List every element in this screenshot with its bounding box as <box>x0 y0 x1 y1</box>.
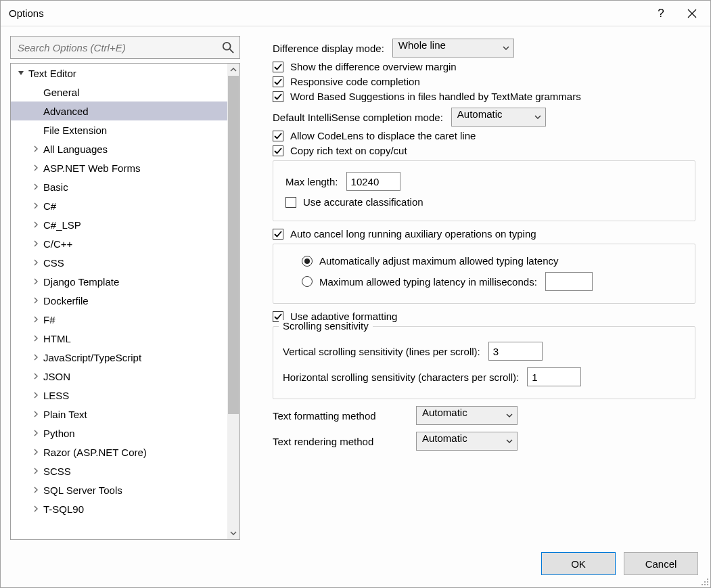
svg-point-4 <box>707 581 708 583</box>
caret-right-icon <box>30 354 42 361</box>
tree-item-scss[interactable]: SCSS <box>11 461 227 480</box>
cb-copyrich-label: Copy rich text on copy/cut <box>290 145 407 156</box>
cb-responsive-row[interactable]: Responsive code completion <box>273 76 695 87</box>
caret-right-icon <box>30 240 42 247</box>
tree-item-asp-net-web-forms[interactable]: ASP.NET Web Forms <box>11 158 227 177</box>
caret-right-icon <box>30 164 42 171</box>
diff-mode-label: Difference display mode: <box>273 43 384 54</box>
render-label: Text rendering method <box>273 436 408 447</box>
scroll-down-icon[interactable] <box>227 527 239 539</box>
tree-item-json[interactable]: JSON <box>11 367 227 386</box>
scroll-track[interactable] <box>227 76 239 527</box>
caret-down-icon <box>15 70 27 76</box>
cb-copyrich-row[interactable]: Copy rich text on copy/cut <box>273 145 695 156</box>
caret-right-icon <box>30 449 42 455</box>
caret-right-icon <box>30 278 42 285</box>
help-button[interactable]: ? <box>645 1 676 26</box>
tree-item-t-sql90[interactable]: T-SQL90 <box>11 499 227 518</box>
scroll-up-icon[interactable] <box>227 64 239 76</box>
caret-right-icon <box>30 373 42 380</box>
svg-point-5 <box>702 584 703 585</box>
latency-input[interactable] <box>545 272 593 291</box>
close-icon <box>687 9 697 18</box>
radio-max-row[interactable]: Maximum allowed typing latency in millis… <box>283 272 685 291</box>
tree-item-sql-server-tools[interactable]: SQL Server Tools <box>11 480 227 499</box>
resize-grip[interactable] <box>699 576 709 586</box>
tree-item-css[interactable]: CSS <box>11 253 227 272</box>
chevron-down-icon <box>506 412 513 419</box>
svg-point-2 <box>707 579 708 580</box>
scroll-v-input[interactable] <box>488 342 543 361</box>
tree-item-c-c-[interactable]: C/C++ <box>11 234 227 253</box>
tree-item-basic[interactable]: Basic <box>11 177 227 196</box>
tree-item-c-[interactable]: C# <box>11 196 227 215</box>
caret-right-icon <box>30 297 42 304</box>
caret-right-icon <box>30 411 42 417</box>
tree-item-razor-asp-net-core-[interactable]: Razor (ASP.NET Core) <box>11 443 227 461</box>
tree-item-html[interactable]: HTML <box>11 329 227 348</box>
fmt-label: Text formatting method <box>273 410 408 422</box>
scrolling-legend: Scrolling sensitivity <box>279 320 373 332</box>
checkbox-icon <box>273 145 283 156</box>
cb-autocancel-row[interactable]: Auto cancel long running auxiliary opera… <box>273 228 695 240</box>
tree-item-python[interactable]: Python <box>11 424 227 443</box>
tree-item-advanced[interactable]: Advanced <box>11 101 227 120</box>
caret-right-icon <box>30 202 42 209</box>
intellisense-combo[interactable]: Automatic <box>451 108 546 127</box>
cb-accurate-row[interactable]: Use accurate classification <box>285 196 685 208</box>
tree-item-c-lsp[interactable]: C#_LSP <box>11 215 227 234</box>
tree-item-less[interactable]: LESS <box>11 386 227 405</box>
cb-wordbased-label: Word Based Suggestions in files handled … <box>290 91 581 102</box>
question-icon: ? <box>658 7 664 20</box>
chevron-down-icon <box>503 45 509 51</box>
radio-auto-row[interactable]: Automatically adjust maximum allowed typ… <box>283 255 685 267</box>
tree-item-general[interactable]: General <box>11 83 227 101</box>
fmt-combo[interactable]: Automatic <box>416 406 518 425</box>
window-title: Options <box>9 7 44 19</box>
cb-responsive-label: Responsive code completion <box>290 76 420 87</box>
tree-item-f-[interactable]: F# <box>11 310 227 329</box>
scroll-h-label: Horizontal scrolling sensitivity (charac… <box>283 371 519 383</box>
radio-icon <box>302 276 313 287</box>
tree-item-javascript-typescript[interactable]: JavaScript/TypeScript <box>11 348 227 367</box>
caret-right-icon <box>30 487 42 493</box>
search-input[interactable] <box>16 41 222 54</box>
maxlen-input[interactable] <box>346 172 400 191</box>
close-button[interactable] <box>676 1 708 26</box>
tree-item-django-template[interactable]: Django Template <box>11 272 227 291</box>
options-tree[interactable]: Text EditorGeneralAdvancedFile Extension… <box>10 63 240 540</box>
chevron-down-icon <box>534 114 541 120</box>
cancel-button[interactable]: Cancel <box>624 552 698 575</box>
cb-autocancel-label: Auto cancel long running auxiliary opera… <box>290 228 536 240</box>
search-icon <box>222 41 234 53</box>
tree-item-dockerfile[interactable]: Dockerfile <box>11 291 227 310</box>
caret-right-icon <box>30 505 42 512</box>
titlebar: Options ? <box>1 1 710 26</box>
search-box[interactable] <box>10 36 240 59</box>
cb-overview-row[interactable]: Show the difference overview margin <box>273 61 695 72</box>
caret-right-icon <box>30 259 42 266</box>
svg-point-6 <box>704 584 706 585</box>
scrolling-group: Scrolling sensitivity Vertical scrolling… <box>273 326 695 399</box>
cb-wordbased-row[interactable]: Word Based Suggestions in files handled … <box>273 91 695 102</box>
scroll-thumb[interactable] <box>228 76 239 414</box>
render-combo[interactable]: Automatic <box>416 432 518 451</box>
tree-item-all-languages[interactable]: All Languages <box>11 139 227 158</box>
tree-item-text-editor[interactable]: Text Editor <box>11 64 227 83</box>
cb-codelens-row[interactable]: Allow CodeLens to displace the caret lin… <box>273 130 695 141</box>
checkbox-icon <box>273 229 283 240</box>
checkbox-icon <box>273 76 283 87</box>
dialog-footer: OK Cancel <box>1 540 710 587</box>
tree-item-plain-text[interactable]: Plain Text <box>11 405 227 424</box>
chevron-down-icon <box>506 438 513 445</box>
settings-pane: Difference display mode: Whole line Show… <box>240 36 701 540</box>
caret-right-icon <box>30 430 42 436</box>
ok-button[interactable]: OK <box>541 552 616 575</box>
checkbox-icon <box>273 131 283 141</box>
scroll-h-input[interactable] <box>527 367 581 386</box>
diff-mode-combo[interactable]: Whole line <box>392 39 514 58</box>
caret-right-icon <box>30 145 42 152</box>
caret-right-icon <box>30 392 42 399</box>
tree-item-file-extension[interactable]: File Extension <box>11 120 227 139</box>
tree-scrollbar[interactable] <box>227 64 239 539</box>
